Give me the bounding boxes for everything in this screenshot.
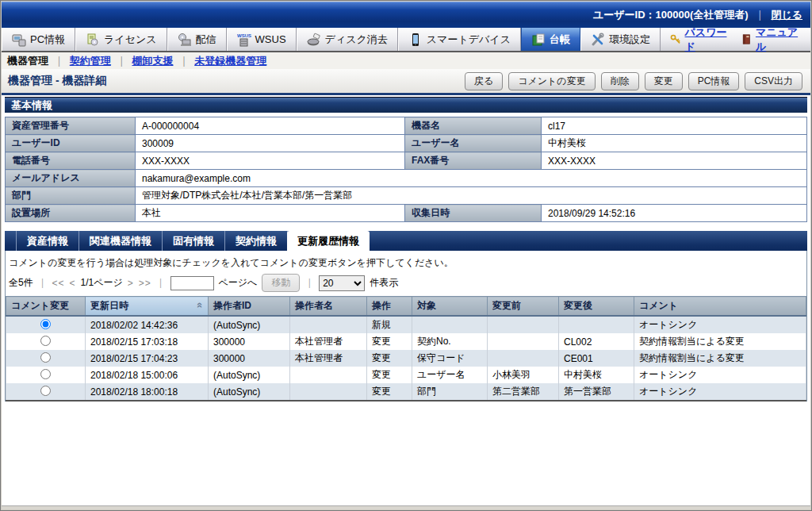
main-toolbar: PC情報 ライセンス 配信 WSUS WSUS ディスク消去 スマートデバイス … [2, 28, 810, 52]
change-comment-button[interactable]: コメントの変更 [508, 72, 595, 90]
per-page-select[interactable]: 20 [319, 275, 365, 291]
csv-export-button[interactable]: CSV出力 [745, 72, 802, 90]
col-header-comment[interactable]: コメント [634, 297, 806, 317]
cell-operator-name [290, 383, 367, 401]
tab-update-history[interactable]: 更新履歴情報 [287, 231, 370, 251]
toolbar-wsus-button[interactable]: WSUS WSUS [227, 28, 297, 51]
toolbar-smart-device-button[interactable]: スマートデバイス [398, 28, 521, 51]
row-select-cell [6, 383, 86, 401]
prev-page-button[interactable]: < [69, 278, 75, 289]
field-value: nakamura@example.com [136, 170, 807, 187]
field-value: XXX-XXXX [136, 152, 405, 170]
cell-update-time: 2018/02/15 17:03:18 [86, 333, 209, 350]
pc-info-icon [12, 33, 26, 47]
nav-item-contract-management[interactable]: 契約管理 [70, 54, 111, 68]
field-label: メールアドレス [6, 170, 136, 187]
col-header-label: 更新日時 [90, 300, 128, 311]
action-buttons: 戻る コメントの変更 削除 変更 PC情報 CSV出力 [465, 72, 804, 90]
page-indicator: 1/1ページ [80, 276, 122, 290]
delete-button[interactable]: 削除 [601, 72, 639, 90]
toolbar-button-label: ディスク消去 [325, 33, 388, 47]
window-bottom-border [2, 505, 810, 509]
tab-unique-info[interactable]: 固有情報 [163, 231, 225, 251]
ledger-icon [531, 33, 546, 47]
toolbar-button-label: ライセンス [104, 33, 157, 47]
col-header-after[interactable]: 変更後 [559, 297, 634, 317]
close-link[interactable]: 閉じる [771, 8, 802, 22]
row-radio[interactable] [40, 336, 51, 346]
col-header-update-time[interactable]: 更新日時 « [86, 297, 209, 317]
toolbar-distribution-button[interactable]: 配信 [167, 28, 227, 51]
page-title: 機器管理 - 機器詳細 [8, 74, 106, 88]
field-value: 本社 [136, 205, 405, 222]
col-header-target[interactable]: 対象 [412, 297, 488, 317]
toolbar-button-label: 台帳 [550, 33, 570, 47]
pager-separator: ｜ [38, 276, 48, 290]
page-header: 機器管理 - 機器詳細 戻る コメントの変更 削除 変更 PC情報 CSV出力 [2, 69, 810, 95]
total-count: 全5件 [9, 276, 33, 290]
change-button[interactable]: 変更 [645, 72, 683, 90]
toolbar-license-button[interactable]: ライセンス [75, 28, 167, 51]
row-radio[interactable] [40, 352, 51, 363]
tab-related-devices[interactable]: 関連機器情報 [79, 231, 163, 251]
col-header-comment-change[interactable]: コメント変更 [6, 297, 86, 317]
pager-separator: ｜ [156, 276, 166, 290]
nav-item-unregistered-devices[interactable]: 未登録機器管理 [194, 54, 266, 68]
basic-info-header: 基本情報 [5, 97, 807, 113]
back-button[interactable]: 戻る [465, 72, 503, 90]
user-id-label: ユーザーID：100000(全社管理者) [593, 8, 749, 22]
titlebar-separator: ｜ [755, 8, 765, 22]
col-header-operator-name[interactable]: 操作者名 [290, 297, 367, 317]
cell-update-time: 2018/02/18 18:00:18 [86, 383, 209, 401]
cell-comment: 契約情報割当による変更 [634, 350, 806, 367]
manual-link[interactable]: マニュアル [756, 25, 801, 54]
cell-target: 部門 [412, 383, 488, 401]
manual-icon [741, 33, 753, 46]
row-radio[interactable] [40, 386, 51, 396]
table-row: 2018/02/15 17:03:18 300000 本社管理者 変更 契約No… [6, 333, 806, 350]
col-header-operator-id[interactable]: 操作者ID [209, 297, 290, 317]
tab-contract-info[interactable]: 契約情報 [225, 231, 288, 251]
password-link-group: パスワード [670, 25, 730, 54]
detail-tabbar: 資産情報 関連機器情報 固有情報 契約情報 更新履歴情報 [5, 231, 807, 251]
cell-after [559, 316, 634, 333]
goto-page-input[interactable] [170, 276, 214, 290]
col-header-operation[interactable]: 操作 [367, 297, 412, 317]
toolbar-disk-erase-button[interactable]: ディスク消去 [297, 28, 398, 51]
toolbar-ledger-button[interactable]: 台帳 [521, 28, 580, 51]
field-value: 管理対象/DTP株式会社/本社/営業本部/第一営業部 [136, 187, 807, 205]
pager-separator: ｜ [304, 276, 314, 290]
nav-separator: ｜ [178, 54, 189, 68]
last-page-button[interactable]: >> [139, 278, 151, 289]
move-button[interactable]: 移動 [262, 274, 300, 292]
per-page-label: 件表示 [370, 276, 398, 290]
cell-update-time: 2018/02/02 14:42:36 [86, 316, 209, 333]
password-link[interactable]: パスワード [685, 25, 730, 54]
basic-info-table: 資産管理番号 A-000000004 機器名 cl17 ユーザーID 30000… [5, 117, 807, 222]
col-header-before[interactable]: 変更前 [488, 297, 559, 317]
first-page-button[interactable]: << [52, 278, 64, 289]
nav-item-inventory-support[interactable]: 棚卸支援 [132, 54, 173, 68]
cell-comment: 契約情報割当による変更 [634, 333, 806, 350]
toolbar-pc-info-button[interactable]: PC情報 [2, 28, 75, 51]
table-row: 設置場所 本社 収集日時 2018/09/29 14:52:16 [6, 205, 807, 222]
row-radio[interactable] [40, 369, 51, 379]
history-table: コメント変更 更新日時 « 操作者ID 操作者名 操作 対象 変更前 変更後 コ… [6, 296, 806, 402]
pc-info-button[interactable]: PC情報 [688, 72, 740, 90]
cell-after: CL002 [559, 333, 634, 350]
next-page-button[interactable]: > [128, 278, 134, 289]
tab-asset-info[interactable]: 資産情報 [16, 231, 79, 251]
toolbar-settings-button[interactable]: 環境設定 [580, 28, 661, 51]
cell-comment: オートシンク [634, 383, 806, 401]
row-radio[interactable] [40, 319, 51, 329]
field-value: 2018/09/29 14:52:16 [542, 205, 807, 222]
cell-target: ユーザー名 [412, 367, 488, 383]
toolbar-button-label: 環境設定 [609, 33, 650, 47]
field-label: 設置場所 [6, 205, 136, 222]
cell-operator-id: 300000 [209, 350, 290, 367]
cell-target: 保守コード [412, 350, 488, 367]
main-content: 基本情報 資産管理番号 A-000000004 機器名 cl17 ユーザーID … [2, 95, 810, 402]
sort-ascending-icon: « [194, 302, 206, 308]
distribution-icon [178, 33, 192, 47]
title-bar: ユーザーID：100000(全社管理者) ｜ 閉じる [2, 2, 810, 28]
